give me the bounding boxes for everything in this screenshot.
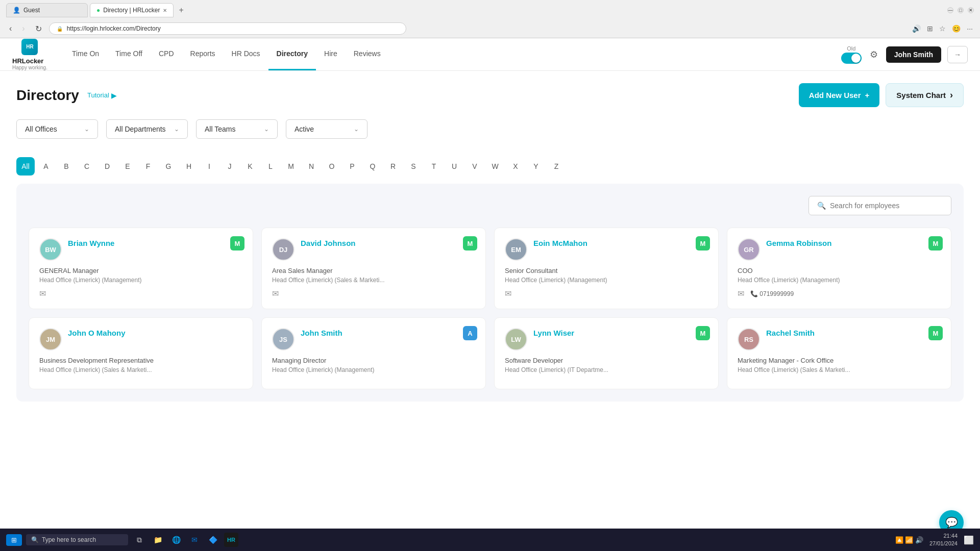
employee-name[interactable]: Gemma Robinson: [766, 238, 831, 248]
add-new-user-button[interactable]: Add New User +: [799, 83, 879, 107]
alpha-btn-i[interactable]: I: [200, 157, 218, 176]
taskbar-icon-folder[interactable]: 📁: [151, 533, 165, 533]
alpha-btn-e[interactable]: E: [118, 157, 137, 176]
email-icon[interactable]: ✉: [272, 289, 279, 298]
card-actions: ✉ 📞 0719999999: [738, 289, 941, 298]
profile-button[interactable]: 😊: [951, 23, 962, 34]
alpha-btn-p[interactable]: P: [343, 157, 361, 176]
alpha-btn-f[interactable]: F: [139, 157, 157, 176]
settings-button[interactable]: ⚙: [868, 47, 880, 62]
nav-reviews[interactable]: Reviews: [346, 38, 389, 70]
employee-avatar: DJ: [272, 238, 295, 261]
toggle-knob: [851, 54, 861, 63]
alpha-btn-g[interactable]: G: [159, 157, 178, 176]
filter-departments[interactable]: All Departments ⌄: [106, 119, 188, 139]
alpha-btn-b[interactable]: B: [57, 157, 76, 176]
alpha-btn-o[interactable]: O: [323, 157, 341, 176]
alpha-btn-d[interactable]: D: [98, 157, 116, 176]
employee-name[interactable]: Lynn Wiser: [533, 328, 574, 338]
back-button[interactable]: ‹: [6, 23, 15, 34]
email-icon[interactable]: ✉: [39, 289, 46, 298]
alpha-btn-u[interactable]: U: [445, 157, 463, 176]
maximize-button[interactable]: □: [958, 7, 964, 13]
add-user-label: Add New User: [809, 91, 861, 99]
taskbar-icons: ⧉ 📁 🌐 ✉ 🔷 HR: [132, 533, 238, 533]
search-input-wrap[interactable]: 🔍: [808, 196, 951, 215]
taskbar-icon-hrlocker[interactable]: HR: [224, 533, 238, 533]
filter-status-label: Active: [295, 125, 314, 133]
alpha-btn-t[interactable]: T: [425, 157, 443, 176]
alpha-btn-r[interactable]: R: [384, 157, 402, 176]
read-aloud-button[interactable]: 🔊: [911, 23, 922, 34]
nav-hr-docs[interactable]: HR Docs: [224, 38, 268, 70]
tab-close-icon[interactable]: ✕: [163, 8, 167, 13]
filter-offices-label: All Offices: [25, 125, 57, 133]
alpha-btn-x[interactable]: X: [506, 157, 525, 176]
nav-time-on[interactable]: Time On: [64, 38, 107, 70]
search-input[interactable]: [830, 202, 943, 210]
alpha-btn-m[interactable]: M: [282, 157, 300, 176]
alpha-btn-q[interactable]: Q: [363, 157, 382, 176]
employee-name[interactable]: Rachel Smith: [766, 328, 815, 338]
tutorial-link[interactable]: Tutorial ▶: [87, 91, 117, 99]
alpha-filter-row: AllABCDEFGHIJKLMNOPQRSTUVWXYZ: [16, 157, 964, 176]
filter-teams[interactable]: All Teams ⌄: [196, 119, 278, 139]
alpha-btn-l[interactable]: L: [261, 157, 280, 176]
browser-tab-hrlocker[interactable]: ● Directory | HRLocker ✕: [90, 3, 174, 17]
email-icon[interactable]: ✉: [505, 289, 511, 298]
window-controls: — □ ✕: [947, 7, 974, 13]
employee-name[interactable]: Brian Wynne: [68, 238, 114, 248]
refresh-button[interactable]: ↻: [32, 23, 45, 35]
employee-name[interactable]: Eoin McMahon: [533, 238, 587, 248]
system-chart-button[interactable]: System Chart ›: [886, 83, 964, 107]
split-screen-button[interactable]: ⊞: [926, 23, 934, 34]
taskbar-icon-edge2[interactable]: 🔷: [206, 533, 220, 533]
employee-badge: M: [696, 236, 710, 251]
employee-name[interactable]: David Johnson: [301, 238, 356, 248]
forward-button[interactable]: ›: [19, 23, 28, 34]
close-button[interactable]: ✕: [968, 7, 974, 13]
employee-name[interactable]: John Smith: [301, 328, 342, 338]
favorites-button[interactable]: ☆: [938, 23, 947, 34]
nav-directory[interactable]: Directory: [268, 38, 316, 70]
employee-avatar: EM: [505, 238, 527, 261]
alpha-btn-c[interactable]: C: [78, 157, 96, 176]
card-top: JS John Smith: [272, 328, 475, 350]
old-toggle[interactable]: Old: [841, 45, 862, 64]
email-icon[interactable]: ✉: [738, 289, 744, 298]
employee-avatar: RS: [738, 328, 760, 350]
toggle-switch[interactable]: [841, 53, 862, 64]
alpha-btn-z[interactable]: Z: [547, 157, 566, 176]
employee-name[interactable]: John O Mahony: [68, 328, 126, 338]
filter-offices[interactable]: All Offices ⌄: [16, 119, 98, 139]
taskbar-icon-task-view[interactable]: ⧉: [132, 533, 146, 533]
browser-tab-guest[interactable]: 👤 Guest: [6, 3, 88, 17]
minimize-button[interactable]: —: [947, 7, 953, 13]
alpha-btn-k[interactable]: K: [241, 157, 259, 176]
alpha-btn-y[interactable]: Y: [527, 157, 545, 176]
user-button[interactable]: John Smith: [886, 46, 941, 63]
logout-button[interactable]: →: [947, 46, 968, 63]
alphabet-filter: AllABCDEFGHIJKLMNOPQRSTUVWXYZ: [16, 151, 964, 176]
taskbar-icon-edge[interactable]: 🌐: [169, 533, 183, 533]
alpha-btn-s[interactable]: S: [404, 157, 423, 176]
nav-reports[interactable]: Reports: [182, 38, 224, 70]
taskbar-icon-mail[interactable]: ✉: [187, 533, 202, 533]
alpha-btn-h[interactable]: H: [180, 157, 198, 176]
alpha-btn-n[interactable]: N: [302, 157, 321, 176]
nav-time-off[interactable]: Time Off: [107, 38, 151, 70]
filter-status[interactable]: Active ⌄: [286, 119, 368, 139]
alpha-btn-j[interactable]: J: [220, 157, 239, 176]
nav-cpd[interactable]: CPD: [151, 38, 182, 70]
alpha-btn-w[interactable]: W: [486, 157, 504, 176]
card-top: BW Brian Wynne: [39, 238, 242, 261]
nav-hire[interactable]: Hire: [316, 38, 346, 70]
address-bar[interactable]: 🔒 https://login.hrlocker.com/Directory: [49, 22, 406, 35]
guest-tab-icon: 👤: [13, 7, 20, 14]
more-button[interactable]: ···: [966, 23, 974, 34]
nav-links: Time On Time Off CPD Reports HR Docs Dir…: [64, 38, 841, 70]
alpha-btn-a[interactable]: A: [37, 157, 55, 176]
alpha-btn-v[interactable]: V: [465, 157, 484, 176]
alpha-btn-all[interactable]: All: [16, 157, 35, 176]
new-tab-button[interactable]: +: [176, 5, 186, 16]
